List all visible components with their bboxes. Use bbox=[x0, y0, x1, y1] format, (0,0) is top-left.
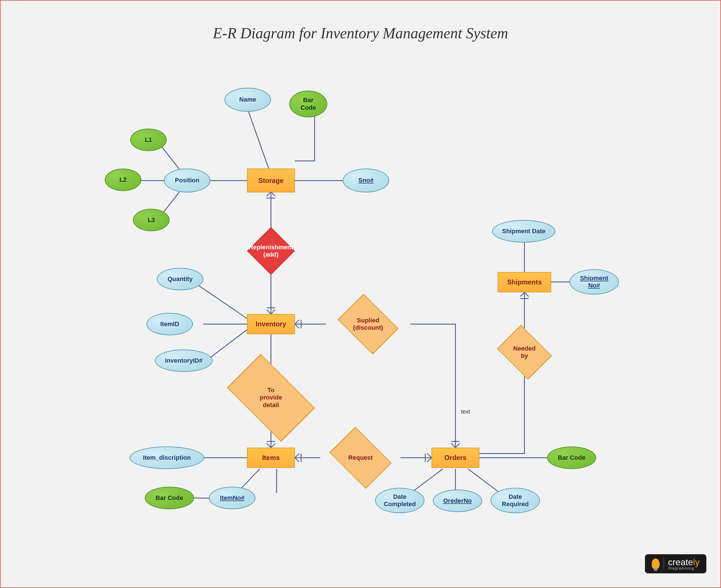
entity-orders: Orders bbox=[432, 448, 479, 468]
attr-orderno-text: OrederNo bbox=[443, 497, 472, 504]
attr-barcode-item: Bar Code bbox=[145, 487, 194, 509]
attr-shipment-no: Shipment No# bbox=[569, 269, 619, 295]
bulb-icon bbox=[652, 559, 660, 569]
attr-l2: L2 bbox=[105, 169, 141, 191]
attr-l1: L1 bbox=[130, 129, 167, 151]
diagram-title: E-R Diagram for Inventory Management Sys… bbox=[1, 24, 720, 42]
canvas bbox=[12, 12, 709, 576]
attr-position: Position bbox=[164, 169, 211, 192]
attr-inventoryid: InventoryID# bbox=[155, 350, 213, 372]
diagram-frame: E-R Diagram for Inventory Management Sys… bbox=[0, 0, 721, 588]
creately-logo: creately Diagramming bbox=[645, 554, 706, 573]
attr-itemid: ItemID bbox=[146, 313, 193, 335]
attr-itemno: ItemNo# bbox=[209, 487, 256, 509]
attr-quantity: Quantity bbox=[157, 268, 203, 290]
attr-sno: Sno# bbox=[343, 169, 389, 192]
brand-name: create bbox=[668, 557, 693, 567]
attr-barcode-orders: Bar Code bbox=[547, 446, 596, 469]
attr-bar-code: Bar Code bbox=[289, 90, 327, 117]
attr-itemno-text: ItemNo# bbox=[220, 494, 244, 502]
entity-storage: Storage bbox=[247, 169, 295, 192]
attr-orderno: OrederNo bbox=[433, 489, 482, 512]
attr-date-completed: Date Completed bbox=[375, 488, 424, 513]
entity-shipments: Shipments bbox=[498, 272, 551, 292]
entity-inventory: Inventory bbox=[247, 314, 295, 334]
attr-sno-text: Sno# bbox=[359, 177, 374, 184]
attr-l3: L3 bbox=[133, 209, 169, 231]
attr-name: Name bbox=[224, 88, 271, 112]
brand-suffix: ly bbox=[693, 557, 700, 567]
attr-shipment-no-text: Shipment No# bbox=[580, 275, 608, 290]
entity-items: Items bbox=[247, 448, 295, 468]
attr-item-description: Item_discription bbox=[129, 446, 204, 469]
attr-date-required: Date Required bbox=[490, 488, 540, 513]
attr-shipment-date: Shipment Date bbox=[492, 220, 555, 243]
brand-text: creately Diagramming bbox=[668, 557, 700, 570]
separator bbox=[664, 558, 664, 570]
text-annotation: text bbox=[461, 408, 470, 415]
